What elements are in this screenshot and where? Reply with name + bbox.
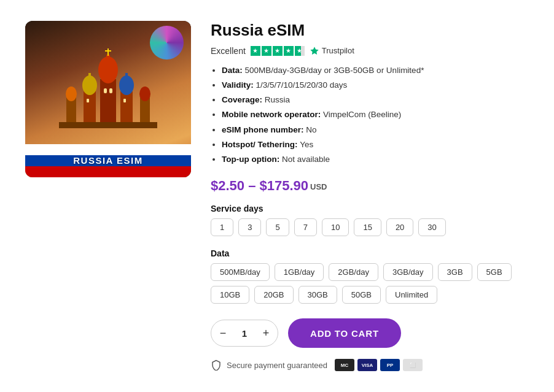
service-day-5[interactable]: 5 — [266, 218, 289, 236]
badge-paypal: PP — [380, 359, 400, 371]
data-10gb[interactable]: 10GB — [211, 286, 249, 304]
spec-phone: eSIM phone number: No — [222, 124, 529, 136]
data-2gb[interactable]: 2GB/day — [329, 263, 378, 281]
trustpilot-icon — [310, 46, 319, 56]
price-range: $2.50 – $175.90USD — [211, 178, 529, 194]
badge-other: ⬜ — [403, 359, 423, 371]
rating-text: Excellent — [211, 46, 246, 56]
service-days-options: 1 3 5 7 10 15 20 30 — [211, 218, 529, 236]
svg-rect-18 — [87, 99, 89, 102]
spec-data: Data: 500MB/day-3GB/day or 3GB-50GB or U… — [222, 64, 529, 77]
product-page: RUSSIA ESIM Russia eSIM Excellent ★ ★ ★ … — [1, 2, 553, 390]
spec-topup: Top-up option: Not available — [222, 153, 529, 166]
service-day-20[interactable]: 20 — [386, 218, 413, 236]
data-500mb[interactable]: 500MB/day — [211, 263, 270, 281]
quantity-control: − 1 + — [211, 320, 278, 347]
data-20gb[interactable]: 20GB — [254, 286, 293, 304]
svg-rect-13 — [140, 98, 150, 125]
cathedral-illustration — [53, 42, 163, 147]
service-days-section: Service days 1 3 5 7 10 15 20 30 — [211, 204, 529, 245]
badge-mastercard: MC — [335, 359, 354, 371]
data-3gb[interactable]: 3GB — [438, 263, 472, 281]
deco-circle — [150, 26, 184, 60]
svg-rect-19 — [123, 99, 126, 102]
star-4: ★ — [284, 46, 294, 56]
service-day-3[interactable]: 3 — [238, 218, 261, 236]
svg-rect-16 — [104, 88, 107, 93]
service-days-label: Service days — [211, 204, 529, 213]
qty-value: 1 — [235, 328, 254, 339]
svg-rect-11 — [66, 98, 76, 125]
svg-rect-10 — [125, 73, 128, 86]
svg-rect-7 — [88, 73, 91, 86]
data-label: Data — [211, 248, 529, 258]
data-section: Data 500MB/day 1GB/day 2GB/day 3GB/day 3… — [211, 248, 529, 312]
svg-rect-5 — [84, 91, 96, 125]
stars: ★ ★ ★ ★ ★ — [251, 46, 305, 56]
product-image: RUSSIA ESIM — [25, 21, 191, 177]
badge-visa: VISA — [357, 359, 377, 371]
star-1: ★ — [251, 46, 260, 56]
data-1gb[interactable]: 1GB/day — [275, 263, 324, 281]
trustpilot-badge: Trustpilot — [310, 46, 354, 56]
qty-decrease-button[interactable]: − — [211, 320, 235, 347]
svg-rect-8 — [120, 91, 133, 125]
add-to-cart-button[interactable]: ADD TO CART — [288, 318, 401, 348]
service-day-1[interactable]: 1 — [211, 218, 233, 236]
trustpilot-label: Trustpilot — [322, 46, 354, 55]
data-50gb[interactable]: 50GB — [342, 286, 381, 304]
star-3: ★ — [273, 46, 283, 56]
rating-row: Excellent ★ ★ ★ ★ ★ Trustpilot — [211, 46, 529, 56]
spec-validity: Validity: 1/3/5/7/10/15/20/30 days — [222, 79, 529, 91]
data-30gb[interactable]: 30GB — [298, 286, 337, 304]
flag-label: RUSSIA ESIM — [25, 144, 191, 177]
secure-label: Secure payment guaranteed — [227, 361, 327, 370]
price-currency: USD — [310, 182, 327, 191]
svg-point-14 — [139, 86, 150, 101]
service-day-15[interactable]: 15 — [354, 218, 381, 236]
cart-row: − 1 + ADD TO CART — [211, 318, 529, 348]
service-day-30[interactable]: 30 — [418, 218, 445, 236]
service-day-7[interactable]: 7 — [294, 218, 317, 236]
spec-coverage: Coverage: Russia — [222, 94, 529, 106]
spec-hotspot: Hotspot/ Tethering: Yes — [222, 139, 529, 151]
secure-payment-row: Secure payment guaranteed MC VISA PP ⬜ — [211, 359, 529, 371]
data-3gb-day[interactable]: 3GB/day — [383, 263, 433, 281]
svg-rect-0 — [100, 79, 116, 125]
qty-increase-button[interactable]: + — [254, 320, 278, 347]
svg-point-12 — [66, 86, 77, 101]
svg-rect-17 — [109, 88, 112, 93]
service-day-10[interactable]: 10 — [322, 218, 349, 236]
star-2: ★ — [262, 46, 271, 56]
shield-icon — [211, 359, 222, 371]
data-5gb[interactable]: 5GB — [477, 263, 512, 281]
product-title: Russia eSIM — [211, 21, 529, 40]
data-options: 500MB/day 1GB/day 2GB/day 3GB/day 3GB 5G… — [211, 263, 529, 304]
data-unlimited[interactable]: Unlimited — [386, 286, 437, 304]
svg-rect-15 — [59, 122, 157, 128]
price-value: $2.50 – $175.90 — [211, 178, 308, 193]
specs-list: Data: 500MB/day-3GB/day or 3GB-50GB or U… — [211, 64, 529, 166]
product-details: Russia eSIM Excellent ★ ★ ★ ★ ★ Trustpil… — [211, 21, 529, 372]
payment-badges: MC VISA PP ⬜ — [335, 359, 423, 371]
star-5: ★ — [295, 46, 305, 56]
spec-operator: Mobile network operator: VimpelCom (Beel… — [222, 109, 529, 121]
svg-rect-2 — [106, 55, 110, 72]
